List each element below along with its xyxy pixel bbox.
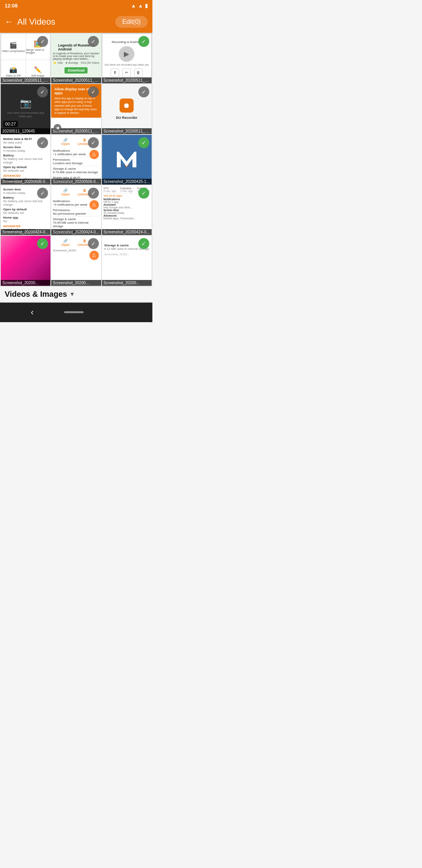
tool-label: Edit image [31,74,44,77]
list-item[interactable]: ✓ Screenshot_20200... [1,236,50,285]
status-time: 12:08 [5,3,18,9]
list-item[interactable]: 🎬 Video compression 🖼️ Merge Video & Ima… [1,34,50,83]
item-filename: Screenshot_20200... [51,280,101,286]
du-recorder-icon: ⏺ [120,99,134,113]
item-filename: Screenshot_20200424-0... [51,229,101,235]
item-filename: Screenshot_20200506-0... [1,179,50,185]
signal-icon: ▲ [138,3,143,9]
select-checkbox[interactable]: ✓ [138,36,149,47]
item-filename: Screenshot_20200506-0... [51,179,101,185]
duration-badge: 00:27 [3,121,18,127]
item-filename: Screenshot_20200424-0... [102,229,152,235]
list-item[interactable]: 🔗 Open 🗑 Uninstall Screenshot_20200... ✓… [51,236,101,285]
back-nav-button[interactable]: ‹ [31,307,34,317]
back-button[interactable]: ← [5,17,13,27]
footer-title: Videos & Images [5,290,67,299]
svg-marker-0 [117,152,136,167]
item-filename: Screenshot_20200511_1... [51,77,101,83]
video-compression-icon: 🎬 [9,41,17,49]
select-checkbox[interactable]: ✓ [138,137,149,148]
list-item[interactable]: Mobile data & Wi-Fi No data used Screen … [1,135,50,185]
list-item[interactable]: Screen time 4 minutes today Battery No b… [1,185,50,235]
item-filename: Screenshot_20200511_1... [102,128,152,134]
list-item[interactable]: Storage & cache 6.12 MB used in internal… [102,236,152,285]
list-item[interactable]: 🔗 Open 🗑 Uninstall Notifications~0 notif… [51,185,101,235]
item-filename: Screenshot_20200... [1,280,50,286]
delete-icon: 🗑 [134,68,143,77]
item-filename: Screenshot_20200425-1... [102,179,152,185]
list-item[interactable]: Recording is finished. ▶ You have not re… [102,34,152,83]
list-item[interactable]: 🔗 Open 🗑 Uninstall Notifications~1 notif… [51,135,101,185]
scroll-indicator: ◀ [54,124,61,132]
list-item[interactable]: 📷 You have not recorded any video yet. ✓… [1,84,50,134]
item-filename: 20200511_120645 [1,128,50,134]
download-button[interactable]: Download [64,67,88,74]
list-item[interactable]: Legends of RuneterraAndroid In Legends o… [51,34,101,83]
select-checkbox[interactable]: ✓ [88,36,99,47]
video-grid: 🎬 Video compression 🖼️ Merge Video & Ima… [0,33,152,287]
edit-icon: ✏️ [34,66,42,74]
select-checkbox[interactable]: ✓ [88,86,99,97]
page-title: All Videos [17,17,55,27]
list-item[interactable]: ✓ Screenshot_20200425-1... [102,135,152,185]
item-filename: Screenshot_20200... [102,280,152,286]
open-button: 🔗 Open [61,188,70,196]
bottom-navigation: ‹ [0,303,152,322]
edit-icon: ✏ [122,68,131,77]
warning-icon: ⚠ [89,251,99,260]
status-icons: ▲ ▲ ▮ [131,3,148,9]
header: ← All Videos Edit(0) [0,11,152,33]
select-checkbox[interactable]: ✓ [88,137,99,148]
wifi-icon: ▲ [131,3,136,9]
item-filename: Screenshot_20200424-0... [1,229,50,235]
select-checkbox[interactable]: ✓ [37,137,48,148]
warning-icon: ⚠ [89,200,99,210]
item-filename: Screenshot_20200511_1... [1,77,50,83]
list-item[interactable]: ⏺ DU Recorder ✓ Screenshot_20200511_1... [102,84,152,134]
home-indicator[interactable] [64,311,84,313]
tool-label: Video to GIF [6,74,21,77]
open-button: 🔗 Open [61,138,70,146]
warning-icon: ⚠ [89,150,99,159]
edit-button[interactable]: Edit(0) [115,16,148,28]
chevron-down-icon: ▼ [70,291,75,297]
m-logo-svg [115,148,138,171]
gif-icon: 📸 [9,66,17,74]
share-icon: ⬆ [111,68,119,77]
select-checkbox[interactable]: ✓ [138,188,149,199]
select-checkbox[interactable]: ✓ [88,188,99,199]
tool-label: Video compression [2,50,25,52]
status-bar: 12:08 ▲ ▲ ▮ [0,0,152,11]
select-checkbox[interactable]: ✓ [88,238,99,249]
open-button: 🔗 Open [61,239,70,247]
list-item[interactable]: Allow display over other apps Allow this… [51,84,101,134]
footer-section-label[interactable]: Videos & Images ▼ [0,287,152,302]
list-item[interactable]: VTV0 min. ago Cuevana...1 min. ago Fortn… [102,185,152,235]
tool-label: Merge Video & Images [26,48,50,54]
item-filename: Screenshot_20200511_1... [102,77,152,83]
battery-icon: ▮ [145,3,148,9]
